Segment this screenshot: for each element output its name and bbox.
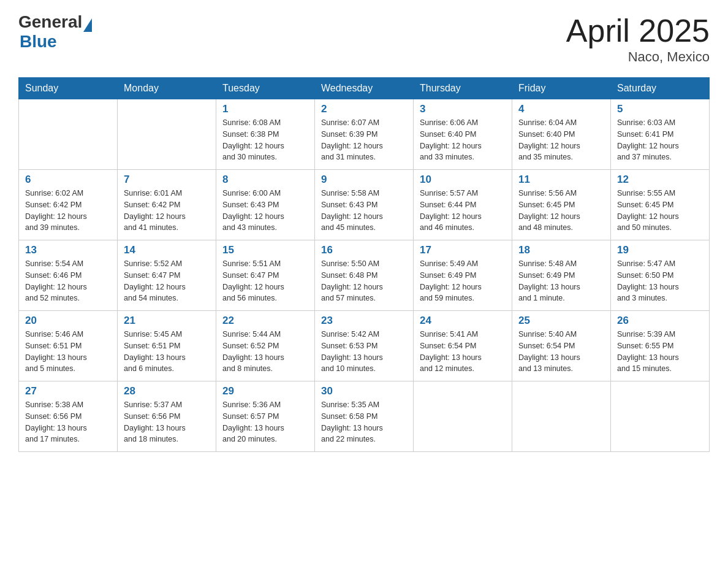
day-info: Sunrise: 5:49 AMSunset: 6:49 PMDaylight:… [420, 258, 506, 304]
calendar-table: SundayMondayTuesdayWednesdayThursdayFrid… [18, 77, 710, 452]
day-cell: 9Sunrise: 5:58 AMSunset: 6:43 PMDaylight… [315, 170, 414, 240]
day-number: 8 [222, 174, 308, 186]
week-row-5: 27Sunrise: 5:38 AMSunset: 6:56 PMDayligh… [19, 381, 710, 452]
day-info: Sunrise: 6:01 AMSunset: 6:42 PMDaylight:… [124, 188, 210, 234]
day-cell: 2Sunrise: 6:07 AMSunset: 6:39 PMDaylight… [315, 99, 414, 170]
day-cell: 30Sunrise: 5:35 AMSunset: 6:58 PMDayligh… [315, 381, 414, 452]
day-header-saturday: Saturday [611, 78, 710, 99]
day-info: Sunrise: 5:45 AMSunset: 6:51 PMDaylight:… [124, 329, 210, 375]
day-cell: 6Sunrise: 6:02 AMSunset: 6:42 PMDaylight… [19, 170, 118, 240]
day-number: 5 [617, 103, 703, 115]
day-number: 18 [518, 244, 604, 256]
day-number: 7 [124, 174, 210, 186]
day-info: Sunrise: 5:48 AMSunset: 6:49 PMDaylight:… [518, 258, 604, 304]
day-number: 3 [420, 103, 506, 115]
day-cell: 25Sunrise: 5:40 AMSunset: 6:54 PMDayligh… [512, 311, 611, 381]
days-header-row: SundayMondayTuesdayWednesdayThursdayFrid… [19, 78, 710, 99]
day-info: Sunrise: 5:35 AMSunset: 6:58 PMDaylight:… [321, 399, 407, 445]
day-number: 10 [420, 174, 506, 186]
day-info: Sunrise: 5:37 AMSunset: 6:56 PMDaylight:… [124, 399, 210, 445]
day-number: 20 [25, 315, 111, 327]
week-row-2: 6Sunrise: 6:02 AMSunset: 6:42 PMDaylight… [19, 170, 710, 240]
day-number: 29 [222, 385, 308, 397]
day-cell: 26Sunrise: 5:39 AMSunset: 6:55 PMDayligh… [611, 311, 710, 381]
day-info: Sunrise: 5:47 AMSunset: 6:50 PMDaylight:… [617, 258, 703, 304]
day-cell [414, 381, 512, 452]
week-row-4: 20Sunrise: 5:46 AMSunset: 6:51 PMDayligh… [19, 311, 710, 381]
day-cell: 28Sunrise: 5:37 AMSunset: 6:56 PMDayligh… [118, 381, 216, 452]
day-cell: 4Sunrise: 6:04 AMSunset: 6:40 PMDaylight… [512, 99, 611, 170]
day-cell: 7Sunrise: 6:01 AMSunset: 6:42 PMDaylight… [118, 170, 216, 240]
day-info: Sunrise: 6:03 AMSunset: 6:41 PMDaylight:… [617, 117, 703, 163]
day-number: 23 [321, 315, 407, 327]
day-cell: 19Sunrise: 5:47 AMSunset: 6:50 PMDayligh… [611, 240, 710, 311]
day-info: Sunrise: 5:40 AMSunset: 6:54 PMDaylight:… [518, 329, 604, 375]
day-cell [118, 99, 216, 170]
day-cell: 13Sunrise: 5:54 AMSunset: 6:46 PMDayligh… [19, 240, 118, 311]
day-info: Sunrise: 5:50 AMSunset: 6:48 PMDaylight:… [321, 258, 407, 304]
day-number: 21 [124, 315, 210, 327]
day-header-friday: Friday [512, 78, 611, 99]
calendar-subtitle: Naco, Mexico [566, 49, 710, 65]
calendar-title: April 2025 [566, 12, 710, 49]
week-row-3: 13Sunrise: 5:54 AMSunset: 6:46 PMDayligh… [19, 240, 710, 311]
day-cell: 18Sunrise: 5:48 AMSunset: 6:49 PMDayligh… [512, 240, 611, 311]
logo-general-text: General [18, 12, 82, 32]
day-info: Sunrise: 6:00 AMSunset: 6:43 PMDaylight:… [222, 188, 308, 234]
day-number: 15 [222, 244, 308, 256]
day-info: Sunrise: 5:51 AMSunset: 6:47 PMDaylight:… [222, 258, 308, 304]
day-number: 27 [25, 385, 111, 397]
day-cell: 1Sunrise: 6:08 AMSunset: 6:38 PMDaylight… [216, 99, 315, 170]
day-cell: 15Sunrise: 5:51 AMSunset: 6:47 PMDayligh… [216, 240, 315, 311]
day-info: Sunrise: 6:04 AMSunset: 6:40 PMDaylight:… [518, 117, 604, 163]
day-number: 4 [518, 103, 604, 115]
day-number: 28 [124, 385, 210, 397]
logo-triangle-icon [83, 18, 92, 32]
day-info: Sunrise: 5:39 AMSunset: 6:55 PMDaylight:… [617, 329, 703, 375]
day-info: Sunrise: 5:46 AMSunset: 6:51 PMDaylight:… [25, 329, 111, 375]
page-header: General Blue April 2025 Naco, Mexico [18, 12, 710, 65]
day-number: 22 [222, 315, 308, 327]
day-info: Sunrise: 5:54 AMSunset: 6:46 PMDaylight:… [25, 258, 111, 304]
day-info: Sunrise: 6:02 AMSunset: 6:42 PMDaylight:… [25, 188, 111, 234]
day-header-wednesday: Wednesday [315, 78, 414, 99]
day-info: Sunrise: 5:36 AMSunset: 6:57 PMDaylight:… [222, 399, 308, 445]
day-info: Sunrise: 6:06 AMSunset: 6:40 PMDaylight:… [420, 117, 506, 163]
day-info: Sunrise: 5:38 AMSunset: 6:56 PMDaylight:… [25, 399, 111, 445]
day-info: Sunrise: 5:41 AMSunset: 6:54 PMDaylight:… [420, 329, 506, 375]
day-cell: 14Sunrise: 5:52 AMSunset: 6:47 PMDayligh… [118, 240, 216, 311]
day-header-sunday: Sunday [19, 78, 118, 99]
day-number: 2 [321, 103, 407, 115]
day-cell [19, 99, 118, 170]
day-info: Sunrise: 5:58 AMSunset: 6:43 PMDaylight:… [321, 188, 407, 234]
day-cell: 10Sunrise: 5:57 AMSunset: 6:44 PMDayligh… [414, 170, 512, 240]
day-cell: 27Sunrise: 5:38 AMSunset: 6:56 PMDayligh… [19, 381, 118, 452]
day-cell: 23Sunrise: 5:42 AMSunset: 6:53 PMDayligh… [315, 311, 414, 381]
day-info: Sunrise: 5:55 AMSunset: 6:45 PMDaylight:… [617, 188, 703, 234]
logo-blue-text: Blue [20, 32, 92, 52]
day-number: 13 [25, 244, 111, 256]
day-info: Sunrise: 5:57 AMSunset: 6:44 PMDaylight:… [420, 188, 506, 234]
day-info: Sunrise: 6:08 AMSunset: 6:38 PMDaylight:… [222, 117, 308, 163]
day-cell: 3Sunrise: 6:06 AMSunset: 6:40 PMDaylight… [414, 99, 512, 170]
day-number: 26 [617, 315, 703, 327]
day-header-tuesday: Tuesday [216, 78, 315, 99]
day-cell: 8Sunrise: 6:00 AMSunset: 6:43 PMDaylight… [216, 170, 315, 240]
day-number: 6 [25, 174, 111, 186]
day-number: 12 [617, 174, 703, 186]
day-number: 17 [420, 244, 506, 256]
day-number: 25 [518, 315, 604, 327]
day-header-monday: Monday [118, 78, 216, 99]
day-cell [611, 381, 710, 452]
day-cell: 22Sunrise: 5:44 AMSunset: 6:52 PMDayligh… [216, 311, 315, 381]
day-cell: 16Sunrise: 5:50 AMSunset: 6:48 PMDayligh… [315, 240, 414, 311]
day-number: 24 [420, 315, 506, 327]
day-cell: 12Sunrise: 5:55 AMSunset: 6:45 PMDayligh… [611, 170, 710, 240]
day-number: 14 [124, 244, 210, 256]
logo: General Blue [18, 12, 92, 52]
day-number: 16 [321, 244, 407, 256]
day-number: 1 [222, 103, 308, 115]
day-cell: 11Sunrise: 5:56 AMSunset: 6:45 PMDayligh… [512, 170, 611, 240]
day-number: 9 [321, 174, 407, 186]
day-info: Sunrise: 5:52 AMSunset: 6:47 PMDaylight:… [124, 258, 210, 304]
